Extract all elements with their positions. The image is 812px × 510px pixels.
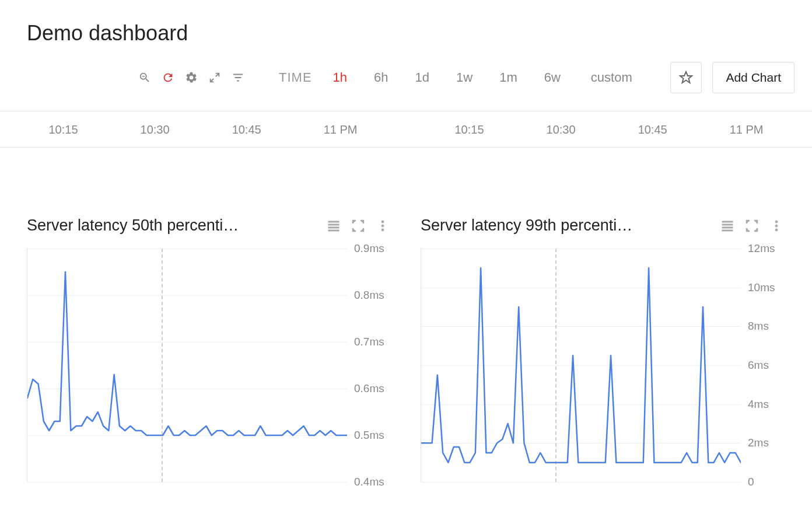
y-tick-label: 10ms xyxy=(748,281,775,294)
fullscreen-icon[interactable] xyxy=(743,217,761,235)
svg-rect-4 xyxy=(328,227,339,228)
fullscreen-icon[interactable] xyxy=(349,217,367,235)
time-range-1m[interactable]: 1m xyxy=(494,68,523,88)
refresh-icon[interactable] xyxy=(158,67,178,88)
timeline-tick: 10:45 xyxy=(232,123,261,137)
svg-point-15 xyxy=(775,229,778,231)
list-icon[interactable] xyxy=(719,217,736,235)
filter-icon[interactable] xyxy=(228,67,249,88)
y-tick-label: 8ms xyxy=(748,320,769,333)
y-tick-label: 12ms xyxy=(748,242,775,255)
y-tick-label: 0.5ms xyxy=(354,429,384,442)
more-icon[interactable] xyxy=(374,217,391,235)
expand-icon[interactable] xyxy=(204,67,225,88)
time-range-6h[interactable]: 6h xyxy=(368,68,394,88)
gear-icon[interactable] xyxy=(181,67,202,88)
y-tick-label: 0.9ms xyxy=(354,242,384,255)
timeline-left: 10:15 10:30 10:45 11 PM xyxy=(0,123,406,137)
plot-area[interactable] xyxy=(421,249,741,482)
svg-rect-9 xyxy=(722,221,733,222)
time-label: TIME xyxy=(279,70,312,85)
svg-rect-2 xyxy=(328,221,339,222)
svg-point-8 xyxy=(382,229,384,231)
zoom-out-icon[interactable] xyxy=(134,67,155,88)
y-tick-label: 6ms xyxy=(748,359,769,372)
y-tick-label: 4ms xyxy=(748,398,769,411)
timeline-tick: 11 PM xyxy=(730,123,764,137)
chart-title: Server latency 99th percenti… xyxy=(421,216,707,235)
timeline: 10:15 10:30 10:45 11 PM 10:15 10:30 10:4… xyxy=(0,111,812,148)
svg-rect-3 xyxy=(328,224,339,225)
y-tick-label: 0.6ms xyxy=(354,382,384,395)
y-axis: 12ms10ms8ms6ms4ms2ms0 xyxy=(741,249,785,482)
time-range-6w[interactable]: 6w xyxy=(538,68,566,88)
page-title: Demo dashboard xyxy=(27,21,785,46)
svg-rect-10 xyxy=(722,224,733,225)
svg-rect-0 xyxy=(142,76,145,76)
add-chart-button[interactable]: Add Chart xyxy=(712,62,794,93)
timeline-tick: 10:15 xyxy=(49,123,78,137)
more-icon[interactable] xyxy=(768,217,785,235)
time-range-1h[interactable]: 1h xyxy=(327,68,353,88)
time-range-custom[interactable]: custom xyxy=(585,68,638,88)
time-range-1d[interactable]: 1d xyxy=(410,68,435,88)
timeline-tick: 10:15 xyxy=(455,123,484,137)
timeline-tick: 11 PM xyxy=(324,123,358,137)
plot-area[interactable] xyxy=(27,249,347,482)
svg-rect-5 xyxy=(328,230,339,231)
timeline-tick: 10:30 xyxy=(141,123,170,137)
chart-panel: Server latency 99th percenti…12ms10ms8ms… xyxy=(421,216,785,482)
svg-marker-1 xyxy=(680,72,692,83)
timeline-tick: 10:30 xyxy=(547,123,576,137)
timeline-tick: 10:45 xyxy=(638,123,667,137)
y-tick-label: 0.7ms xyxy=(354,336,384,348)
chart-title: Server latency 50th percenti… xyxy=(27,216,313,235)
svg-point-13 xyxy=(775,221,778,223)
svg-rect-11 xyxy=(722,227,733,228)
chart-panel: Server latency 50th percenti…0.9ms0.8ms0… xyxy=(27,216,391,482)
y-axis: 0.9ms0.8ms0.7ms0.6ms0.5ms0.4ms xyxy=(347,249,391,482)
timeline-right: 10:15 10:30 10:45 11 PM xyxy=(406,123,812,137)
favorite-button[interactable] xyxy=(670,62,702,93)
y-tick-label: 0.8ms xyxy=(354,289,384,302)
y-tick-label: 0.4ms xyxy=(354,476,384,488)
time-range-1w[interactable]: 1w xyxy=(450,68,478,88)
gridline xyxy=(27,482,347,483)
charts-container: Server latency 50th percenti…0.9ms0.8ms0… xyxy=(0,148,812,482)
toolbar: TIME 1h 6h 1d 1w 1m 6w custom Add Chart xyxy=(0,51,812,111)
svg-point-7 xyxy=(382,225,384,227)
svg-point-6 xyxy=(382,221,384,223)
list-icon[interactable] xyxy=(325,217,342,235)
y-tick-label: 0 xyxy=(748,476,754,488)
svg-rect-12 xyxy=(722,230,733,231)
svg-point-14 xyxy=(775,225,778,227)
y-tick-label: 2ms xyxy=(748,436,769,449)
gridline xyxy=(421,482,741,483)
